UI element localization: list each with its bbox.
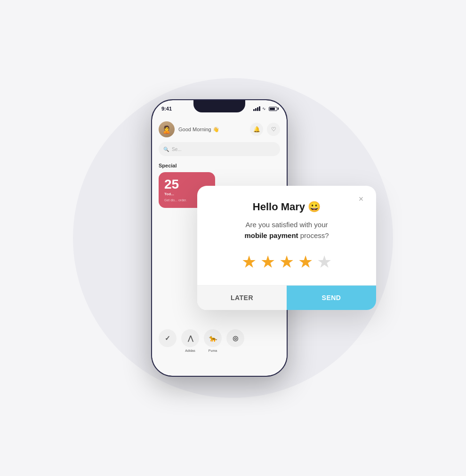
wifi-icon: ∿ [262,106,266,111]
signal-icon [253,106,260,111]
star-5[interactable]: ★ [317,252,332,272]
popup-description: Are you satisfied with your mobile payme… [214,220,359,241]
status-time: 9:41 [161,106,172,111]
section-label: Special [159,163,280,168]
popup-content: × Hello Mary 😀 Are you satisfied with yo… [197,186,376,272]
popup-actions: LATER SEND [197,285,376,310]
popup-title: Hello Mary 😀 [214,201,359,213]
brand-circle-puma: 🐆 [204,329,222,347]
star-1[interactable]: ★ [241,252,257,272]
popup-desc-process: process? [300,231,329,239]
search-placeholder: Se... [172,147,182,152]
send-button[interactable]: SEND [287,286,376,310]
popup-desc-bold: mobile payment [244,231,298,239]
brand-item-nike[interactable]: ✓ [159,329,177,352]
notification-icon[interactable]: 🔔 [250,123,263,136]
popup-desc-line1: Are you satisfied with your [245,221,328,229]
brand-name-adidas: Adidas [185,349,195,352]
star-2[interactable]: ★ [260,252,275,272]
brand-circle-nike: ✓ [159,329,177,347]
stars-rating[interactable]: ★ ★ ★ ★ ★ [214,252,359,272]
header-left: 🙎 Good Morning 👋 [159,121,219,137]
scene: 9:41 ∿ [68,73,398,403]
search-icon: 🔍 [163,147,169,152]
brands-row: ✓ ⋀ Adidas 🐆 Puma ◎ [159,329,280,352]
battery-icon [269,107,277,111]
brand-circle-asics: ◎ [226,329,244,347]
star-3[interactable]: ★ [279,252,294,272]
star-4[interactable]: ★ [298,252,313,272]
header-icons: 🔔 ♡ [250,123,280,136]
brand-item-puma[interactable]: 🐆 Puma [204,329,222,352]
close-button[interactable]: × [355,193,367,205]
brand-name-puma: Puma [209,349,217,352]
greeting-text: Good Morning 👋 [178,127,219,133]
search-bar[interactable]: 🔍 Se... [159,142,280,156]
heart-icon[interactable]: ♡ [267,123,280,136]
status-icons: ∿ [253,106,277,111]
feedback-popup: × Hello Mary 😀 Are you satisfied with yo… [197,186,376,310]
brand-circle-adidas: ⋀ [181,329,199,347]
brand-item-asics[interactable]: ◎ [226,329,244,352]
later-button[interactable]: LATER [197,286,287,310]
brand-item-adidas[interactable]: ⋀ Adidas [181,329,199,352]
avatar: 🙎 [159,121,175,137]
status-bar: 9:41 ∿ [152,104,287,113]
app-header: 🙎 Good Morning 👋 🔔 ♡ [159,121,280,137]
